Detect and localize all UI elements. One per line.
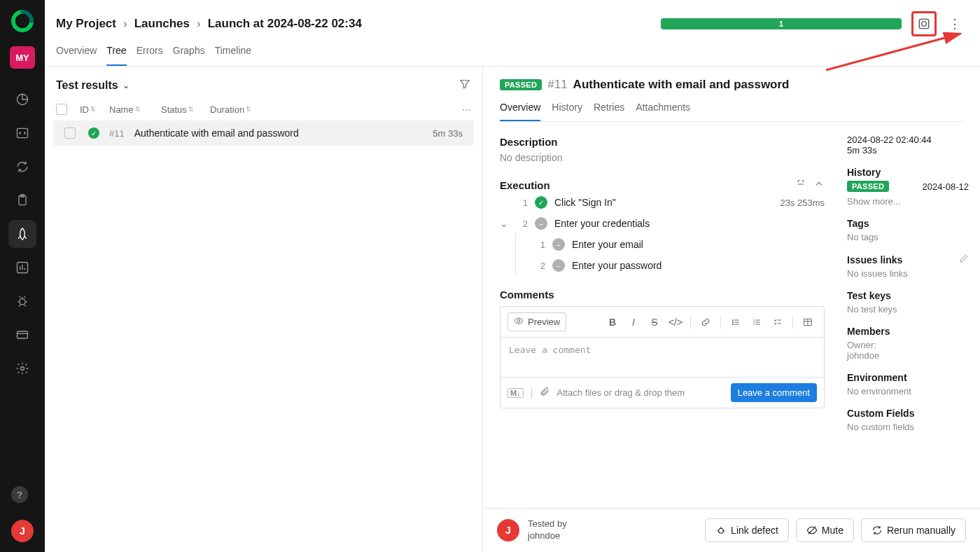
chevron-down-icon[interactable]: ⌄: [500, 218, 511, 229]
results-title[interactable]: Test results ⌄: [56, 79, 130, 92]
column-duration[interactable]: Duration⇅: [210, 104, 260, 115]
row-checkbox[interactable]: [64, 127, 76, 139]
svg-point-10: [517, 319, 520, 322]
detail-tab-history[interactable]: History: [552, 102, 582, 121]
step-time: 23s 253ms: [780, 198, 825, 208]
svg-point-9: [922, 22, 927, 27]
detail-timestamp: 2024-08-22 02:40:44: [847, 134, 969, 145]
tab-tree[interactable]: Tree: [106, 45, 126, 66]
breadcrumb-launches[interactable]: Launches: [134, 17, 190, 31]
app-logo: [11, 10, 34, 32]
nav-clipboard-icon[interactable]: [8, 186, 36, 214]
svg-point-13: [732, 324, 733, 324]
column-status[interactable]: Status⇅: [161, 104, 200, 115]
view-mode-button[interactable]: [911, 11, 937, 36]
detail-tab-overview[interactable]: Overview: [500, 102, 540, 121]
link-defect-button[interactable]: Link defect: [705, 518, 789, 542]
link-icon[interactable]: [696, 314, 715, 331]
status-passed-icon: ✓: [88, 127, 99, 139]
italic-icon[interactable]: I: [624, 314, 643, 331]
nav-bug-icon[interactable]: [8, 287, 36, 315]
code-icon[interactable]: </>: [666, 314, 685, 331]
svg-rect-5: [20, 299, 25, 305]
nav-code-icon[interactable]: [8, 119, 36, 147]
execution-step[interactable]: ⌄ 2 – Enter your credentials: [500, 213, 825, 234]
leave-comment-button[interactable]: Leave a comment: [731, 383, 817, 402]
progress-bar[interactable]: 1: [661, 18, 902, 29]
members-label: Members: [847, 326, 969, 337]
step-text: Click "Sign In": [554, 197, 616, 208]
status-neutral-icon: –: [552, 238, 565, 251]
nav-settings-icon[interactable]: [8, 354, 36, 382]
row-name: Authenticate with email and password: [134, 127, 299, 139]
owner-name: johndoe: [847, 350, 969, 361]
tested-by-avatar: J: [497, 519, 519, 541]
detail-title: PASSED #11 Authenticate with email and p…: [500, 78, 963, 92]
user-avatar[interactable]: J: [11, 520, 34, 542]
column-name[interactable]: Name⇅: [109, 104, 151, 115]
nav-dashboard-icon[interactable]: [8, 85, 36, 113]
nav-rotate-icon[interactable]: [8, 153, 36, 181]
step-text: Enter your email: [572, 239, 643, 250]
svg-rect-18: [719, 528, 724, 533]
bullet-list-icon[interactable]: [727, 314, 745, 331]
nav-analytics-icon[interactable]: [8, 254, 36, 282]
edit-icon[interactable]: [959, 254, 969, 265]
history-status-badge: PASSED: [847, 181, 889, 192]
status-neutral-icon: –: [535, 217, 547, 230]
preview-button[interactable]: Preview: [507, 312, 566, 331]
issues-label: Issues links: [847, 254, 969, 265]
row-id: #11: [109, 128, 125, 139]
results-table-header: ID⇅ Name⇅ Status⇅ Duration⇅ ⋯: [45, 98, 482, 120]
chevron-right-icon: ›: [197, 17, 201, 31]
tested-by-label: Tested by: [528, 518, 567, 530]
tab-graphs[interactable]: Graphs: [173, 45, 205, 66]
help-icon[interactable]: ?: [11, 486, 28, 503]
nav-card-icon[interactable]: [8, 321, 36, 349]
tab-overview[interactable]: Overview: [56, 45, 97, 66]
tags-label: Tags: [847, 218, 969, 229]
tab-timeline[interactable]: Timeline: [215, 45, 251, 66]
comment-textarea[interactable]: Leave a comment: [500, 338, 824, 377]
tested-by-name: johndoe: [528, 530, 567, 542]
execution-step[interactable]: 1 ✓ Click "Sign In" 23s 253ms: [500, 192, 825, 213]
bold-icon[interactable]: B: [603, 314, 622, 331]
attach-icon[interactable]: [540, 387, 550, 399]
nav-launches-icon[interactable]: [8, 220, 36, 248]
filter-icon[interactable]: [458, 78, 471, 92]
expand-tree-icon[interactable]: [795, 179, 806, 192]
project-badge[interactable]: MY: [10, 46, 35, 69]
detail-tab-attachments[interactable]: Attachments: [636, 102, 690, 121]
status-neutral-icon: –: [552, 259, 565, 272]
number-list-icon[interactable]: 123: [748, 314, 766, 331]
history-date: 2024-08-12: [923, 181, 969, 192]
execution-substep[interactable]: 2 – Enter your password: [536, 255, 825, 276]
breadcrumb-project[interactable]: My Project: [56, 17, 116, 31]
mute-button[interactable]: Mute: [796, 518, 854, 542]
step-text: Enter your password: [572, 260, 662, 271]
comment-editor: Preview B I S </> 123: [500, 306, 825, 408]
tab-errors[interactable]: Errors: [136, 45, 163, 66]
detail-tab-retries[interactable]: Retries: [594, 102, 624, 121]
strike-icon[interactable]: S: [645, 314, 664, 331]
tags-value: No tags: [847, 232, 969, 242]
env-label: Environment: [847, 372, 969, 383]
columns-more-icon[interactable]: ⋯: [462, 104, 471, 115]
table-icon[interactable]: [799, 314, 817, 331]
more-vertical-icon[interactable]: ⋮: [946, 13, 963, 35]
show-more-link[interactable]: Show more...: [847, 196, 969, 207]
test-name: Authenticate with email and password: [573, 78, 790, 92]
row-duration: 5m 33s: [433, 128, 463, 139]
description-label: Description: [500, 136, 825, 148]
rerun-button[interactable]: Rerun manually: [861, 518, 966, 542]
execution-substep[interactable]: 1 – Enter your email: [536, 234, 825, 255]
svg-rect-6: [18, 331, 28, 338]
collapse-icon[interactable]: [813, 179, 825, 192]
select-all-checkbox[interactable]: [56, 104, 67, 115]
result-row[interactable]: ✓ #11 Authenticate with email and passwo…: [53, 120, 474, 146]
checklist-icon[interactable]: [769, 314, 787, 331]
sidebar: MY ? J: [0, 0, 45, 552]
column-id[interactable]: ID⇅: [80, 104, 99, 115]
svg-point-11: [732, 319, 733, 320]
svg-rect-1: [18, 128, 28, 137]
